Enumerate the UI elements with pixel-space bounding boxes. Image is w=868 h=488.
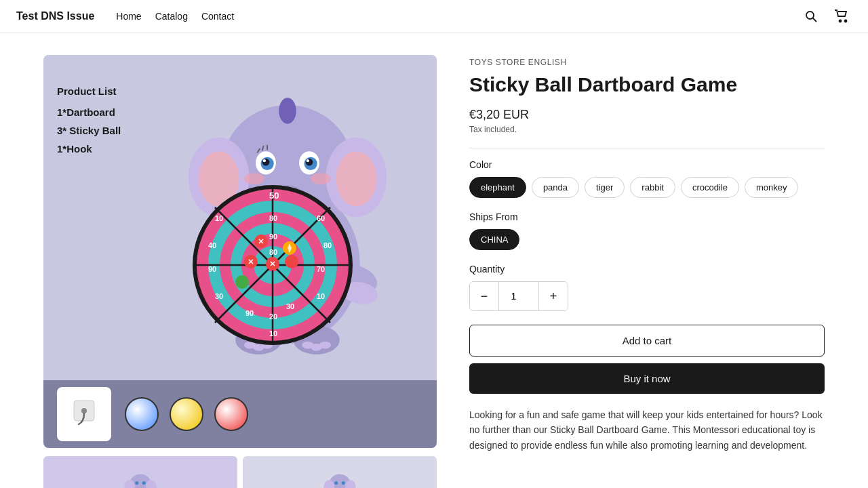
- color-crocodile[interactable]: crocodile: [681, 177, 739, 198]
- svg-point-15: [262, 159, 270, 166]
- svg-text:90: 90: [208, 265, 216, 273]
- svg-text:90: 90: [269, 232, 277, 241]
- svg-point-17: [263, 159, 266, 162]
- svg-point-3: [845, 20, 847, 22]
- svg-text:20: 20: [269, 312, 277, 321]
- product-list-title: Product List: [57, 82, 121, 100]
- product-info: TOYS STORE ENGLISH Sticky Ball Dartboard…: [469, 55, 825, 488]
- svg-text:50: 50: [269, 190, 279, 201]
- yellow-ball: [170, 397, 203, 431]
- color-options: elephant panda tiger rabbit crocodile mo…: [469, 177, 825, 198]
- svg-point-18: [307, 159, 309, 162]
- svg-line-1: [813, 18, 817, 22]
- blue-ball: [125, 397, 159, 431]
- svg-point-2: [840, 20, 842, 22]
- svg-text:30: 30: [286, 302, 294, 310]
- product-gallery: Product List 1*Dartboard 3* Sticky Ball …: [43, 55, 437, 488]
- svg-text:60: 60: [317, 214, 325, 222]
- svg-point-22: [244, 173, 264, 184]
- gallery-bottom-section: [43, 380, 437, 448]
- product-list-item-1: 1*Dartboard: [57, 103, 121, 121]
- svg-point-16: [306, 159, 313, 166]
- svg-text:90: 90: [245, 309, 254, 317]
- nav-contact[interactable]: Contact: [201, 11, 234, 22]
- svg-point-91: [342, 481, 345, 485]
- svg-point-85: [142, 481, 146, 485]
- product-title: Sticky Ball Dartboard Game: [469, 73, 825, 97]
- thumb-elephant-svg: [120, 466, 161, 488]
- color-tiger[interactable]: tiger: [585, 177, 625, 198]
- svg-point-84: [135, 481, 138, 485]
- color-panda[interactable]: panda: [532, 177, 579, 198]
- svg-point-76: [285, 255, 298, 268]
- ships-from-china[interactable]: CHINA: [469, 229, 519, 250]
- svg-text:10: 10: [269, 329, 277, 338]
- red-ball: [214, 397, 248, 431]
- color-elephant[interactable]: elephant: [469, 177, 526, 198]
- svg-text:10: 10: [317, 292, 325, 300]
- ships-from-section: Ships From CHINA: [469, 211, 825, 250]
- site-logo[interactable]: Test DNS Issue: [16, 10, 94, 22]
- nav-catalog[interactable]: Catalog: [155, 11, 188, 22]
- svg-point-0: [806, 12, 814, 19]
- color-label: Color: [469, 159, 825, 170]
- quantity-section: Quantity − +: [469, 264, 825, 311]
- main-nav: Home Catalog Contact: [116, 11, 802, 22]
- buy-now-button[interactable]: Buy it now: [469, 363, 825, 394]
- header-icons: [802, 7, 852, 26]
- gallery-thumbnails-row: [43, 456, 437, 488]
- color-monkey[interactable]: monkey: [745, 177, 799, 198]
- quantity-increase-button[interactable]: +: [539, 282, 568, 310]
- add-to-cart-button[interactable]: Add to cart: [469, 325, 825, 357]
- sticky-balls-row: [125, 397, 248, 431]
- svg-point-23: [311, 173, 331, 184]
- hook-svg: [71, 397, 98, 431]
- hook-box: [57, 387, 111, 441]
- color-rabbit[interactable]: rabbit: [630, 177, 675, 198]
- divider-1: [469, 148, 825, 148]
- dartboard-svg: 50 80 90 80 60 80 70 10 30 20 10 10 40 9…: [191, 184, 354, 346]
- product-list-overlay: Product List 1*Dartboard 3* Sticky Ball …: [57, 82, 121, 158]
- svg-text:80: 80: [323, 241, 332, 249]
- thumb-elephant-2-svg: [319, 466, 360, 488]
- product-description: Looking for a fun and safe game that wil…: [469, 407, 825, 453]
- svg-text:80: 80: [269, 248, 277, 256]
- svg-point-90: [334, 481, 338, 485]
- cart-button[interactable]: [831, 7, 852, 26]
- svg-text:70: 70: [317, 265, 325, 273]
- svg-text:40: 40: [208, 241, 216, 249]
- price-row: €3,20 EUR: [469, 108, 825, 122]
- page-container: Product List 1*Dartboard 3* Sticky Ball …: [27, 33, 841, 488]
- gallery-thumb-1[interactable]: [43, 456, 237, 488]
- product-list-item-3: 1*Hook: [57, 140, 121, 158]
- search-icon: [804, 9, 818, 23]
- quantity-label: Quantity: [469, 264, 825, 274]
- svg-point-77: [235, 275, 249, 289]
- product-list-item-2: 3* Sticky Ball: [57, 121, 121, 140]
- ships-from-label: Ships From: [469, 211, 825, 222]
- dartboard-illustration: 50 80 90 80 60 80 70 10 30 20 10 10 40 9…: [191, 184, 354, 346]
- svg-text:30: 30: [215, 292, 223, 300]
- tax-note: Tax included.: [469, 125, 825, 134]
- cart-icon: [834, 9, 849, 23]
- color-section: Color elephant panda tiger rabbit crocod…: [469, 159, 825, 198]
- ships-from-options: CHINA: [469, 229, 825, 250]
- quantity-control: − +: [469, 281, 568, 311]
- nav-home[interactable]: Home: [116, 11, 141, 22]
- svg-text:10: 10: [215, 214, 223, 222]
- search-button[interactable]: [802, 7, 821, 26]
- header: Test DNS Issue Home Catalog Contact: [0, 0, 868, 33]
- product-price: €3,20 EUR: [469, 108, 529, 121]
- svg-text:80: 80: [269, 214, 277, 222]
- gallery-top-section: Product List 1*Dartboard 3* Sticky Ball …: [43, 55, 437, 380]
- gallery-main-image: Product List 1*Dartboard 3* Sticky Ball …: [43, 55, 437, 448]
- store-name: TOYS STORE ENGLISH: [469, 58, 825, 67]
- gallery-thumb-2[interactable]: [243, 456, 437, 488]
- svg-point-6: [279, 98, 296, 123]
- quantity-decrease-button[interactable]: −: [470, 282, 498, 310]
- quantity-input[interactable]: [498, 282, 539, 310]
